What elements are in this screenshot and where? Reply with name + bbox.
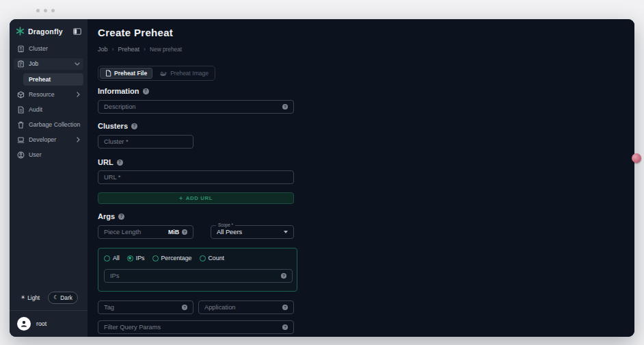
section-heading: URL (98, 158, 113, 166)
section-args: Args ? (98, 212, 634, 220)
add-url-label: ADD URL (186, 195, 213, 201)
username: root (36, 320, 46, 327)
radio-ips[interactable]: IPs (127, 255, 145, 261)
chevron-right-icon (77, 92, 80, 97)
sidebar-item-garbage-collection[interactable]: Garbage Collection (14, 119, 83, 131)
scope-value: All Peers (217, 229, 242, 235)
sidebar-item-user[interactable]: User (14, 149, 83, 161)
radio-label: Count (209, 255, 224, 261)
tag-input[interactable] (104, 304, 179, 311)
breadcrumb-separator: › (112, 46, 114, 53)
scope-options-box: All IPs Percentage Count ? (98, 248, 297, 292)
breadcrumb-current: New preheat (150, 46, 182, 53)
sidebar-item-label: Garbage Collection (29, 121, 80, 128)
window-dot (51, 9, 55, 12)
sidebar-item-cluster[interactable]: Cluster (14, 43, 83, 55)
radio-label: Percentage (161, 255, 192, 261)
window-controls (36, 9, 55, 12)
cluster-input[interactable] (104, 138, 187, 145)
help-icon[interactable]: ? (131, 123, 137, 129)
help-icon[interactable]: ? (282, 324, 288, 330)
avatar (17, 317, 31, 331)
filter-query-params-field[interactable]: ? (98, 320, 294, 334)
plus-icon: + (179, 195, 183, 202)
cluster-icon (17, 45, 25, 53)
filter-query-params-input[interactable] (104, 324, 280, 331)
help-icon[interactable]: ? (282, 305, 288, 310)
cluster-field[interactable] (98, 135, 193, 149)
scope-label: Scope * (216, 222, 235, 227)
theme-light-button[interactable]: ☀ Light (16, 292, 44, 303)
sidebar-item-label: Preheat (29, 76, 51, 83)
section-clusters: Clusters ? (98, 122, 634, 130)
ips-input[interactable] (110, 272, 278, 279)
chevron-down-icon (284, 231, 288, 233)
radio-icon (104, 255, 110, 261)
breadcrumb-job[interactable]: Job (98, 46, 108, 53)
help-icon[interactable]: ? (143, 88, 149, 94)
audit-icon (17, 106, 25, 114)
radio-all[interactable]: All (104, 255, 120, 261)
preheat-type-tabs: Preheat File Preheat Image (98, 66, 215, 81)
sidebar-item-preheat[interactable]: Preheat (23, 73, 83, 86)
window-dot (44, 9, 47, 12)
chevron-down-icon (75, 62, 80, 66)
radio-count[interactable]: Count (200, 255, 224, 261)
breadcrumb: Job › Preheat › New preheat (98, 45, 634, 53)
dragonfly-logo-icon (16, 27, 25, 36)
section-heading: Args (98, 212, 115, 220)
help-icon[interactable]: ? (281, 273, 286, 279)
breadcrumb-preheat[interactable]: Preheat (118, 46, 140, 53)
piece-length-unit: MiB (168, 229, 179, 235)
chevron-right-icon (77, 137, 80, 142)
description-field[interactable]: ? (98, 100, 294, 114)
sidebar-item-label: Developer (29, 136, 56, 143)
add-url-button[interactable]: + ADD URL (98, 192, 294, 204)
help-icon[interactable]: ? (182, 229, 187, 235)
piece-length-field[interactable]: MiB ? (98, 225, 193, 239)
user-menu[interactable]: root (10, 310, 88, 337)
tab-preheat-image[interactable]: Preheat Image (155, 68, 213, 79)
args-row: MiB ? Scope * All Peers (98, 225, 634, 239)
help-icon[interactable]: ? (118, 214, 124, 220)
radio-percentage[interactable]: Percentage (152, 255, 192, 261)
theme-dark-label: Dark (60, 294, 72, 301)
tag-field[interactable]: ? (98, 301, 193, 314)
help-icon[interactable]: ? (117, 159, 123, 166)
sun-icon: ☀ (21, 295, 25, 301)
application-input[interactable] (204, 304, 280, 311)
user-icon (17, 151, 25, 159)
job-icon (17, 60, 25, 68)
trash-icon (17, 121, 25, 129)
radio-icon (200, 255, 206, 261)
url-input[interactable] (104, 174, 288, 181)
scope-select[interactable]: Scope * All Peers (211, 225, 294, 239)
ips-field[interactable]: ? (104, 269, 293, 283)
section-heading: Information (98, 87, 139, 95)
theme-dark-button[interactable]: ☾ Dark (48, 292, 78, 304)
sidebar-item-label: Job (29, 60, 38, 67)
logo-row: Dragonfly (10, 25, 88, 41)
piece-length-input[interactable] (104, 229, 165, 235)
help-icon[interactable]: ? (282, 104, 288, 110)
developer-icon (17, 136, 25, 144)
sidebar-item-label: Cluster (29, 45, 48, 52)
application-field[interactable]: ? (198, 301, 294, 314)
tab-preheat-file[interactable]: Preheat File (100, 68, 152, 79)
description-input[interactable] (104, 103, 280, 110)
resource-icon (17, 91, 25, 99)
sidebar-item-developer[interactable]: Developer (14, 134, 83, 146)
sidebar-collapse-icon[interactable] (73, 28, 81, 35)
sidebar-item-job[interactable]: Job (14, 58, 83, 70)
floating-avatar-badge[interactable] (632, 153, 641, 163)
scope-radio-group: All IPs Percentage Count (104, 254, 291, 262)
url-field[interactable] (98, 170, 294, 184)
sidebar-item-audit[interactable]: Audit (14, 104, 83, 116)
radio-icon (127, 255, 133, 261)
page-title: Create Preheat (98, 27, 634, 38)
sidebar-item-label: Audit (29, 106, 42, 113)
window-dot (36, 9, 40, 12)
help-icon[interactable]: ? (182, 305, 187, 310)
sidebar-item-resource[interactable]: Resource (14, 89, 83, 101)
app-title: Dragonfly (28, 27, 70, 36)
